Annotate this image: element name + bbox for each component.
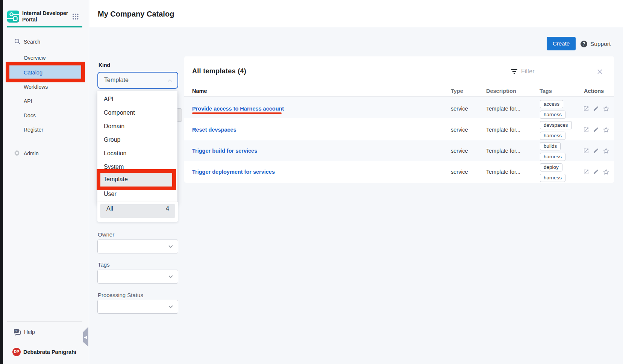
svg-text:?: ? — [15, 329, 18, 333]
